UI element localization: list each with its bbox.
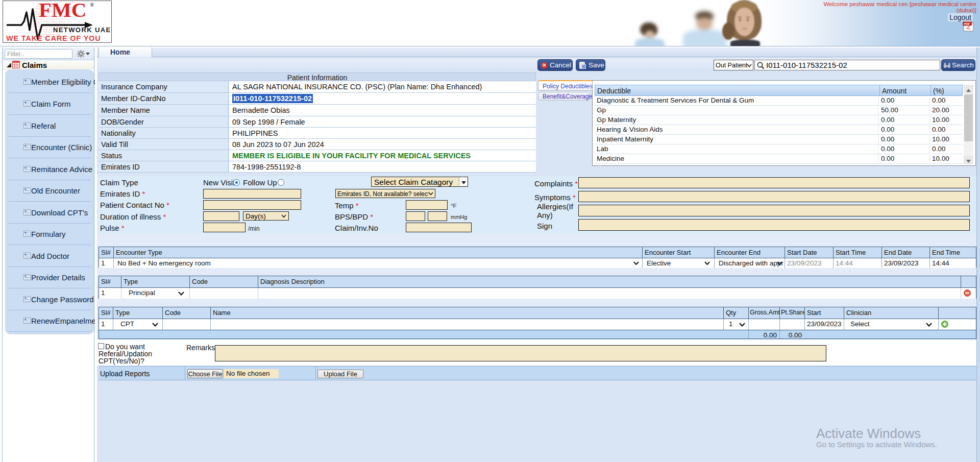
svg-text:PDF: PDF bbox=[964, 22, 970, 26]
svg-text:FMC: FMC bbox=[39, 1, 86, 21]
svg-text:NETWORK UAE: NETWORK UAE bbox=[53, 26, 111, 34]
svg-text:®: ® bbox=[90, 2, 94, 8]
svg-text:WE TAKE CARE OF YOU: WE TAKE CARE OF YOU bbox=[6, 34, 101, 42]
